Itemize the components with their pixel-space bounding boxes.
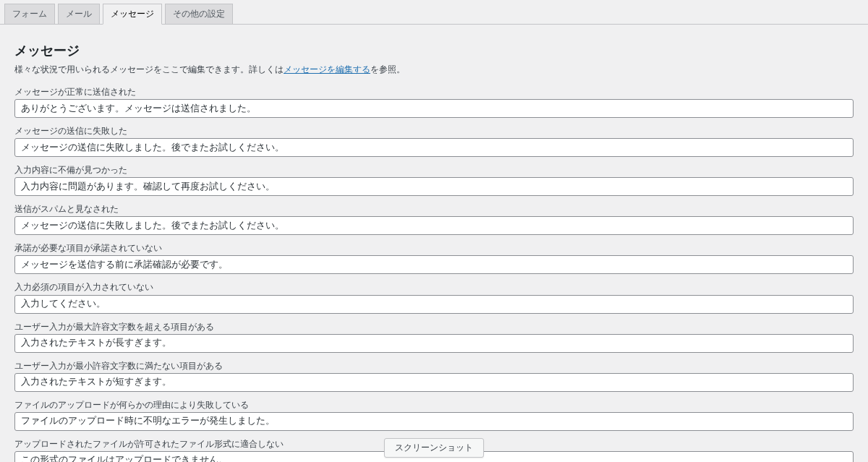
tab-label: メール xyxy=(66,9,92,19)
section-description: 様々な状況で用いられるメッセージをここで編集できます。詳しくはメッセージを編集す… xyxy=(14,64,854,76)
desc-suffix: を参照。 xyxy=(370,64,405,74)
message-field: ユーザー入力が最小許容文字数に満たない項目がある xyxy=(14,360,854,392)
field-label: 送信がスパムと見なされた xyxy=(14,203,854,215)
field-input[interactable] xyxy=(14,138,854,157)
fields-container: メッセージが正常に送信されたメッセージの送信に失敗した入力内容に不備が見つかった… xyxy=(14,86,854,462)
desc-link[interactable]: メッセージを編集する xyxy=(284,64,370,74)
field-input[interactable] xyxy=(14,255,854,274)
field-input[interactable] xyxy=(14,334,854,353)
field-label: 入力内容に不備が見つかった xyxy=(14,164,854,176)
message-field: メッセージが正常に送信された xyxy=(14,86,854,118)
message-field: 送信がスパムと見なされた xyxy=(14,203,854,235)
tab-label: メッセージ xyxy=(111,9,154,19)
field-input[interactable] xyxy=(14,177,854,196)
field-label: 承諾が必要な項目が承諾されていない xyxy=(14,242,854,254)
message-field: 入力必須の項目が入力されていない xyxy=(14,281,854,313)
field-input[interactable] xyxy=(14,99,854,118)
field-input[interactable] xyxy=(14,216,854,235)
field-label: メッセージが正常に送信された xyxy=(14,86,854,98)
field-label: ファイルのアップロードが何らかの理由により失敗している xyxy=(14,399,854,411)
field-input[interactable] xyxy=(14,373,854,392)
tab-bar: フォーム メール メッセージ その他の設定 xyxy=(0,0,868,25)
tab-label: その他の設定 xyxy=(173,9,225,19)
message-field: 承諾が必要な項目が承諾されていない xyxy=(14,242,854,274)
screenshot-button[interactable]: スクリーンショット xyxy=(384,438,484,458)
section-title: メッセージ xyxy=(14,42,854,59)
messages-panel: メッセージ 様々な状況で用いられるメッセージをここで編集できます。詳しくはメッセ… xyxy=(0,25,868,462)
field-label: ユーザー入力が最小許容文字数に満たない項目がある xyxy=(14,360,854,372)
field-input[interactable] xyxy=(14,295,854,314)
field-label: ユーザー入力が最大許容文字数を超える項目がある xyxy=(14,321,854,333)
tab-label: フォーム xyxy=(12,9,47,19)
message-field: メッセージの送信に失敗した xyxy=(14,125,854,157)
tab-messages[interactable]: メッセージ xyxy=(103,4,162,25)
field-input[interactable] xyxy=(14,412,854,431)
field-label: 入力必須の項目が入力されていない xyxy=(14,281,854,293)
field-label: メッセージの送信に失敗した xyxy=(14,125,854,137)
tab-mail[interactable]: メール xyxy=(58,4,100,25)
message-field: ユーザー入力が最大許容文字数を超える項目がある xyxy=(14,321,854,353)
message-field: 入力内容に不備が見つかった xyxy=(14,164,854,196)
tab-form[interactable]: フォーム xyxy=(4,4,55,25)
message-field: ファイルのアップロードが何らかの理由により失敗している xyxy=(14,399,854,431)
tab-other-settings[interactable]: その他の設定 xyxy=(165,4,233,25)
desc-prefix: 様々な状況で用いられるメッセージをここで編集できます。詳しくは xyxy=(14,64,284,74)
screenshot-button-label: スクリーンショット xyxy=(395,442,473,453)
